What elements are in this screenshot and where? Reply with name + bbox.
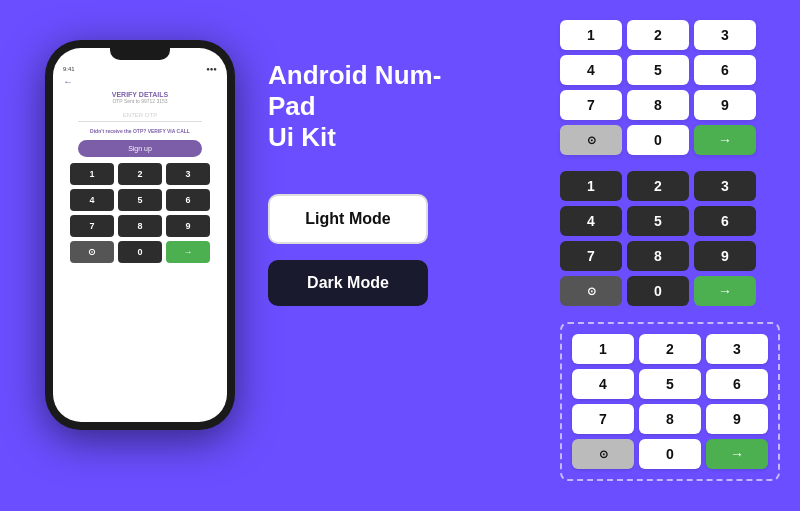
dashed-key-8[interactable]: 8 [639, 404, 701, 434]
phone-outer-shell: 9:41 ●●● ← VERIFY DETAILS OTP Sent to 99… [45, 40, 235, 430]
dashed-key-4[interactable]: 4 [572, 369, 634, 399]
phone-key-5[interactable]: 5 [118, 189, 162, 211]
dashed-key-7[interactable]: 7 [572, 404, 634, 434]
phone-numpad-row-3: 7 8 9 [63, 215, 217, 237]
verify-sub: OTP Sent to 99712 3153 [63, 98, 217, 104]
otp-input-area: ENTER OTP [63, 112, 217, 122]
light-key-4[interactable]: 4 [560, 55, 622, 85]
dark-key-2[interactable]: 2 [627, 171, 689, 201]
main-title: Android Num-Pad Ui Kit [268, 60, 488, 154]
phone-key-7[interactable]: 7 [70, 215, 114, 237]
phone-numpad-row-2: 4 5 6 [63, 189, 217, 211]
phone-key-1[interactable]: 1 [70, 163, 114, 185]
dashed-key-1[interactable]: 1 [572, 334, 634, 364]
light-key-5[interactable]: 5 [627, 55, 689, 85]
light-key-3[interactable]: 3 [694, 20, 756, 50]
dark-mode-button[interactable]: Dark Mode [268, 260, 428, 306]
light-key-7[interactable]: 7 [560, 90, 622, 120]
light-key-2[interactable]: 2 [627, 20, 689, 50]
otp-label: ENTER OTP [78, 112, 201, 122]
phone-key-4[interactable]: 4 [70, 189, 114, 211]
dashed-key-5[interactable]: 5 [639, 369, 701, 399]
phone-numpad-row-4: ⊙ 0 → [63, 241, 217, 263]
dark-key-8[interactable]: 8 [627, 241, 689, 271]
light-key-8[interactable]: 8 [627, 90, 689, 120]
verify-title: VERIFY DETAILS [63, 91, 217, 98]
phone-key-3[interactable]: 3 [166, 163, 210, 185]
phone-key-9[interactable]: 9 [166, 215, 210, 237]
dark-key-0[interactable]: 0 [627, 276, 689, 306]
numpad-dashed-wrapper: 1 2 3 4 5 6 7 8 9 ⊙ 0 → [560, 322, 780, 481]
light-key-9[interactable]: 9 [694, 90, 756, 120]
light-key-6[interactable]: 6 [694, 55, 756, 85]
phone-key-arrow[interactable]: → [166, 241, 210, 263]
phone-numpad-row-1: 1 2 3 [63, 163, 217, 185]
phone-key-8[interactable]: 8 [118, 215, 162, 237]
light-key-1[interactable]: 1 [560, 20, 622, 50]
phone-numpad: 1 2 3 4 5 6 7 8 9 ⊙ [63, 163, 217, 263]
dark-key-delete[interactable]: ⊙ [560, 276, 622, 306]
phone-key-2[interactable]: 2 [118, 163, 162, 185]
dashed-key-arrow[interactable]: → [706, 439, 768, 469]
phone-key-6[interactable]: 6 [166, 189, 210, 211]
phone-status-bar: 9:41 ●●● [63, 66, 217, 72]
dashed-key-0[interactable]: 0 [639, 439, 701, 469]
dark-key-5[interactable]: 5 [627, 206, 689, 236]
light-key-arrow[interactable]: → [694, 125, 756, 155]
phone-notch [110, 48, 170, 60]
light-mode-button[interactable]: Light Mode [268, 194, 428, 244]
dashed-key-6[interactable]: 6 [706, 369, 768, 399]
phone-key-delete[interactable]: ⊙ [70, 241, 114, 263]
status-icons: ●●● [206, 66, 217, 72]
back-arrow-icon[interactable]: ← [63, 76, 217, 87]
dark-key-6[interactable]: 6 [694, 206, 756, 236]
numpad-dark: 1 2 3 4 5 6 7 8 9 ⊙ 0 → [560, 171, 780, 306]
dashed-key-2[interactable]: 2 [639, 334, 701, 364]
status-time: 9:41 [63, 66, 75, 72]
light-key-delete[interactable]: ⊙ [560, 125, 622, 155]
signup-button[interactable]: Sign up [78, 140, 201, 157]
center-content: Android Num-Pad Ui Kit Light Mode Dark M… [268, 60, 488, 322]
dark-key-arrow[interactable]: → [694, 276, 756, 306]
dashed-key-delete[interactable]: ⊙ [572, 439, 634, 469]
resend-text: Didn't receive the OTP? VERIFY VIA CALL [63, 128, 217, 134]
dark-key-9[interactable]: 9 [694, 241, 756, 271]
phone-screen-area: 9:41 ●●● ← VERIFY DETAILS OTP Sent to 99… [53, 48, 227, 422]
phone-content: 9:41 ●●● ← VERIFY DETAILS OTP Sent to 99… [53, 60, 227, 263]
dark-key-3[interactable]: 3 [694, 171, 756, 201]
light-key-0[interactable]: 0 [627, 125, 689, 155]
numpad-light: 1 2 3 4 5 6 7 8 9 ⊙ 0 → [560, 20, 780, 155]
dark-key-7[interactable]: 7 [560, 241, 622, 271]
phone-key-0[interactable]: 0 [118, 241, 162, 263]
dark-key-4[interactable]: 4 [560, 206, 622, 236]
dashed-key-3[interactable]: 3 [706, 334, 768, 364]
right-pads-container: 1 2 3 4 5 6 7 8 9 ⊙ 0 → 1 2 3 4 5 6 7 8 … [560, 20, 780, 481]
dark-key-1[interactable]: 1 [560, 171, 622, 201]
dashed-key-9[interactable]: 9 [706, 404, 768, 434]
numpad-dashed: 1 2 3 4 5 6 7 8 9 ⊙ 0 → [572, 334, 768, 469]
phone-mockup: 9:41 ●●● ← VERIFY DETAILS OTP Sent to 99… [30, 20, 250, 490]
